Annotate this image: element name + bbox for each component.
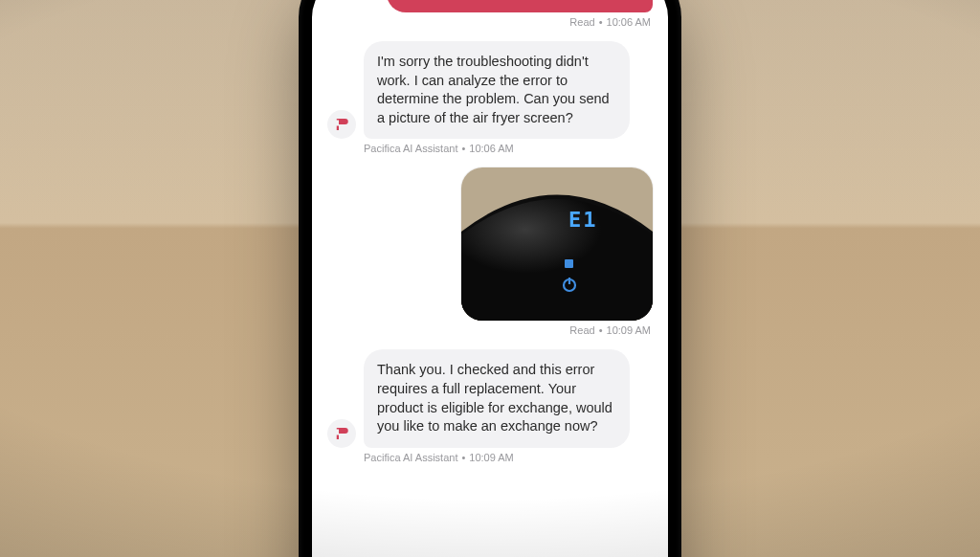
message-text: Thank you. I checked and this error requ… — [377, 362, 612, 434]
brand-logo-icon — [333, 425, 350, 442]
assistant-avatar[interactable] — [327, 110, 356, 139]
air-fryer-photo: E1 — [461, 167, 653, 321]
message-meta: Read • 10:09 AM — [327, 324, 653, 336]
message-row-outgoing-image: E1 — [327, 167, 653, 321]
message-time: 10:06 AM — [607, 16, 651, 28]
phone-bezel: I've tried all that and it's not working… — [299, 0, 681, 557]
message-time: 10:06 AM — [469, 143, 513, 154]
read-status: Read — [569, 324, 594, 336]
meta-separator: • — [599, 16, 603, 28]
message-time: 10:09 AM — [607, 324, 651, 336]
scene-background: I've tried all that and it's not working… — [0, 0, 980, 557]
message-meta: Read • 10:06 AM — [327, 16, 653, 28]
message-row-outgoing: I've tried all that and it's not working… — [327, 0, 653, 12]
chat-scroll-area[interactable]: I've tried all that and it's not working… — [312, 0, 668, 557]
message-time: 10:09 AM — [469, 452, 513, 463]
read-status: Read — [569, 16, 594, 28]
message-meta: Pacifica AI Assistant • 10:06 AM — [327, 143, 653, 154]
message-row-incoming: Thank you. I checked and this error requ… — [327, 349, 653, 447]
assistant-avatar[interactable] — [327, 419, 356, 448]
appliance-display-code: E1 — [568, 208, 598, 232]
message-text: I'm sorry the troubleshooting didn't wor… — [377, 54, 610, 125]
message-bubble[interactable]: I've tried all that and it's not working… — [387, 0, 653, 12]
svg-rect-3 — [565, 259, 573, 268]
meta-separator: • — [461, 143, 465, 154]
brand-logo-icon — [333, 116, 350, 133]
sender-name: Pacifica AI Assistant — [364, 143, 457, 154]
sender-name: Pacifica AI Assistant — [364, 452, 457, 463]
meta-separator: • — [599, 324, 603, 336]
meta-separator: • — [461, 452, 465, 463]
message-image[interactable]: E1 — [461, 167, 653, 321]
message-row-incoming: I'm sorry the troubleshooting didn't wor… — [327, 41, 653, 139]
message-bubble[interactable]: I'm sorry the troubleshooting didn't wor… — [364, 41, 630, 139]
message-meta: Pacifica AI Assistant • 10:09 AM — [327, 452, 653, 463]
message-bubble[interactable]: Thank you. I checked and this error requ… — [364, 349, 630, 447]
phone-screen: I've tried all that and it's not working… — [312, 0, 668, 557]
